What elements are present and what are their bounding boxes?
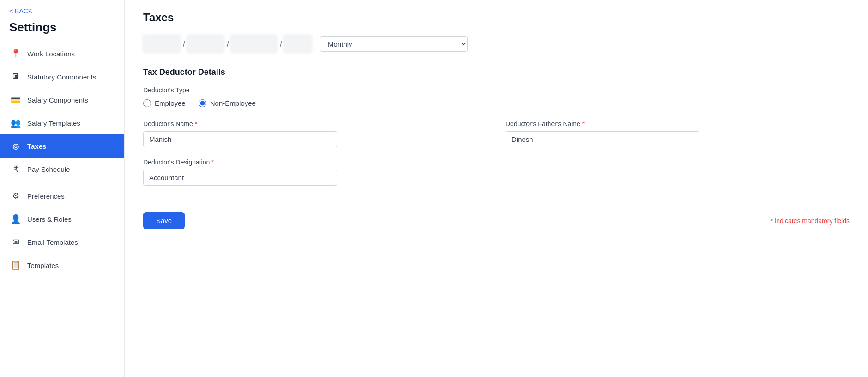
- statutory-icon: 🖩: [11, 72, 21, 82]
- sidebar-item-label: Salary Components: [27, 96, 88, 104]
- sidebar-item-label: Templates: [27, 261, 59, 269]
- deductors-fathers-name-input[interactable]: [506, 131, 699, 147]
- required-asterisk-2: *: [582, 120, 585, 128]
- sidebar-item-label: Taxes: [27, 142, 46, 150]
- sidebar-item-statutory-components[interactable]: 🖩 Statutory Components: [0, 65, 124, 88]
- deductors-name-group: Deductor's Name *: [143, 120, 487, 147]
- deductors-fathers-name-label: Deductor's Father's Name *: [506, 120, 850, 128]
- sidebar-item-salary-components[interactable]: 💳 Salary Components: [0, 88, 124, 111]
- deductor-type-label: Deductor's Type: [143, 86, 850, 94]
- sidebar-item-templates[interactable]: 📋 Templates: [0, 254, 124, 277]
- taxes-icon: ◎: [11, 141, 21, 151]
- blurred-field-4: [284, 35, 312, 53]
- required-asterisk-3: *: [211, 158, 214, 166]
- separator-3: /: [280, 39, 282, 49]
- divider: [143, 201, 850, 201]
- frequency-select[interactable]: Monthly: [320, 36, 468, 52]
- employee-label: Employee: [155, 99, 186, 107]
- sidebar: < BACK Settings 📍 Work Locations 🖩 Statu…: [0, 0, 125, 377]
- pay-schedule-icon: ₹: [11, 164, 21, 174]
- sidebar-item-salary-templates[interactable]: 👥 Salary Templates: [0, 111, 124, 134]
- users-roles-icon: 👤: [11, 214, 21, 224]
- deductors-fathers-name-group: Deductor's Father's Name *: [506, 120, 850, 147]
- employee-radio[interactable]: [143, 99, 151, 107]
- name-fields-row: Deductor's Name * Deductor's Father's Na…: [143, 120, 850, 147]
- deductors-designation-input[interactable]: [143, 170, 337, 186]
- required-asterisk: *: [195, 120, 197, 128]
- sidebar-item-email-templates[interactable]: ✉ Email Templates: [0, 231, 124, 254]
- employee-radio-option[interactable]: Employee: [143, 99, 186, 107]
- sidebar-nav: 📍 Work Locations 🖩 Statutory Components …: [0, 42, 124, 377]
- footer-row: Save * indicates mandatory fields: [143, 212, 850, 229]
- back-button[interactable]: < BACK: [0, 0, 124, 18]
- sidebar-item-label: Salary Templates: [27, 119, 80, 127]
- location-icon: 📍: [11, 49, 21, 59]
- section-title: Tax Deductor Details: [143, 67, 850, 77]
- non-employee-radio[interactable]: [199, 99, 206, 107]
- separator-2: /: [227, 39, 229, 49]
- deductors-designation-label: Deductor's Designation *: [143, 158, 337, 166]
- sidebar-item-label: Pay Schedule: [27, 165, 70, 173]
- sidebar-item-taxes[interactable]: ◎ Taxes: [0, 134, 124, 158]
- deductors-name-label: Deductor's Name *: [143, 120, 487, 128]
- sidebar-item-label: Preferences: [27, 192, 65, 200]
- blurred-field-3: [231, 35, 277, 53]
- sidebar-item-label: Users & Roles: [27, 215, 72, 223]
- deductor-type-radio-group: Employee Non-Employee: [143, 99, 850, 107]
- top-fields-row: / / / Monthly: [143, 35, 850, 53]
- non-employee-label: Non-Employee: [210, 99, 256, 107]
- blurred-field-1: [143, 35, 180, 53]
- sidebar-item-work-locations[interactable]: 📍 Work Locations: [0, 42, 124, 65]
- page-title: Taxes: [143, 11, 850, 24]
- salary-templates-icon: 👥: [11, 118, 21, 128]
- sidebar-item-label: Statutory Components: [27, 73, 96, 81]
- preferences-icon: ⚙: [11, 191, 21, 201]
- sidebar-title: Settings: [0, 18, 124, 42]
- salary-components-icon: 💳: [11, 95, 21, 105]
- mandatory-note: * indicates mandatory fields: [771, 217, 850, 225]
- sidebar-item-users-roles[interactable]: 👤 Users & Roles: [0, 207, 124, 231]
- templates-icon: 📋: [11, 260, 21, 270]
- main-content: Taxes / / / Monthly Tax Deductor Details…: [125, 0, 868, 377]
- sidebar-item-preferences[interactable]: ⚙ Preferences: [0, 184, 124, 207]
- deductors-name-input[interactable]: [143, 131, 337, 147]
- save-button[interactable]: Save: [143, 212, 185, 229]
- sidebar-item-label: Work Locations: [27, 50, 75, 58]
- deductors-designation-group: Deductor's Designation *: [143, 158, 337, 186]
- non-employee-radio-option[interactable]: Non-Employee: [199, 99, 256, 107]
- sidebar-item-label: Email Templates: [27, 238, 78, 246]
- blurred-field-2: [187, 35, 224, 53]
- separator-1: /: [183, 39, 185, 49]
- email-templates-icon: ✉: [11, 237, 21, 247]
- sidebar-item-pay-schedule[interactable]: ₹ Pay Schedule: [0, 158, 124, 181]
